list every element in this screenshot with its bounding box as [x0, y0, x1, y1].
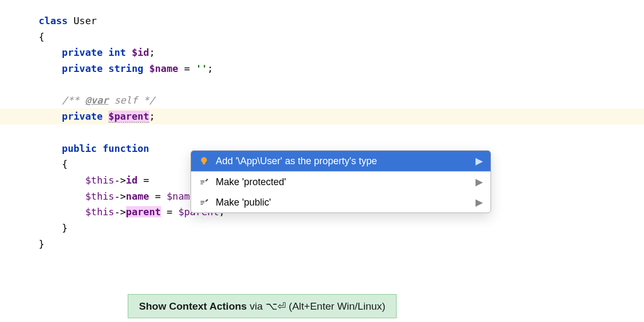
intention-make-protected[interactable]: Make 'protected' ▶ — [191, 172, 491, 192]
pencil-icon — [199, 197, 209, 208]
bulb-icon — [199, 156, 209, 166]
intention-label: Make 'protected' — [216, 177, 469, 188]
hint-shortcut: ⌥⏎ — [266, 301, 286, 312]
chevron-right-icon: ▶ — [475, 196, 483, 208]
code-line: } — [39, 236, 644, 252]
intention-label: Make 'public' — [216, 197, 469, 208]
intention-add-type[interactable]: Add '\App\User' as the property's type ▶ — [191, 151, 491, 171]
pencil-icon — [199, 177, 209, 187]
highlighted-code-line: private $parent; — [0, 108, 644, 125]
code-line: class User — [39, 13, 644, 29]
hint-action-name: Show Context Actions — [139, 301, 247, 312]
code-editor[interactable]: class User { private int $id; private st… — [0, 0, 644, 252]
code-line — [39, 77, 644, 93]
svg-point-0 — [201, 157, 207, 163]
code-line: private string $name = ''; — [39, 61, 644, 77]
shortcut-hint-banner: Show Context Actions via ⌥⏎ (Alt+Enter W… — [128, 294, 397, 318]
chevron-right-icon: ▶ — [475, 176, 483, 188]
code-line: /** @var self */ — [39, 92, 644, 108]
chevron-right-icon: ▶ — [475, 155, 483, 167]
code-line: private int $id; — [39, 45, 644, 61]
code-line: } — [39, 220, 644, 236]
svg-rect-1 — [203, 163, 206, 165]
hint-text: via — [247, 301, 266, 312]
context-actions-popup: Add '\App\User' as the property's type ▶… — [191, 150, 491, 213]
intention-label: Add '\App\User' as the property's type — [216, 156, 469, 167]
hint-text: (Alt+Enter Win/Linux) — [286, 301, 385, 312]
intention-make-public[interactable]: Make 'public' ▶ — [191, 192, 491, 213]
code-line — [39, 125, 644, 141]
code-line: { — [39, 29, 644, 45]
